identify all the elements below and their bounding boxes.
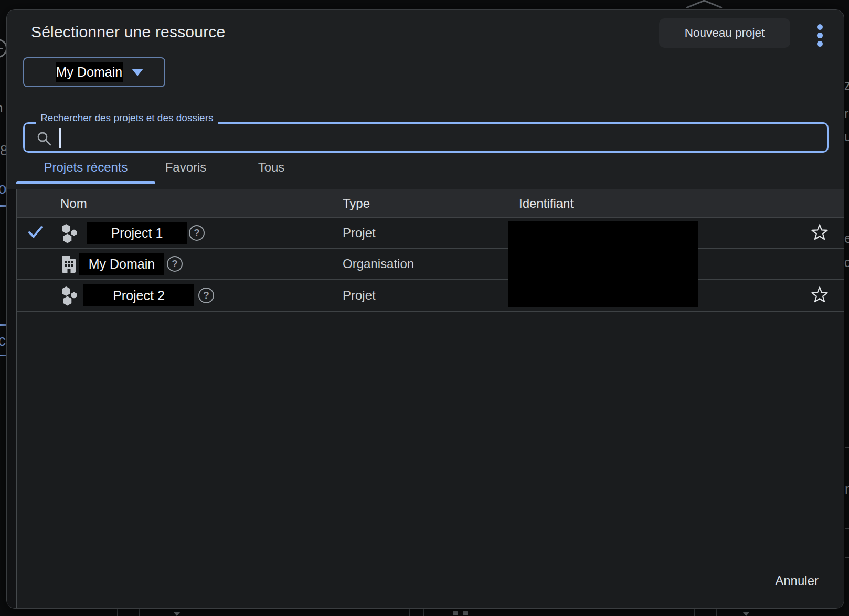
background-text-fragment: d bbox=[844, 255, 849, 270]
star-icon[interactable] bbox=[811, 224, 829, 241]
background-grid-line bbox=[694, 609, 695, 616]
background-divider-fragment bbox=[845, 557, 849, 558]
organization-icon bbox=[61, 256, 76, 273]
row-type: Projet bbox=[343, 280, 376, 310]
domain-selector-dropdown[interactable]: My Domain bbox=[23, 57, 165, 87]
background-grid-line bbox=[117, 609, 118, 616]
help-icon[interactable]: ? bbox=[167, 256, 183, 272]
new-project-button[interactable]: Nouveau projet bbox=[659, 18, 790, 48]
search-field-label: Rechercher des projets et des dossiers bbox=[36, 112, 218, 124]
help-icon[interactable]: ? bbox=[198, 288, 214, 303]
domain-selector-value: My Domain bbox=[56, 62, 123, 82]
project-icon bbox=[61, 224, 79, 243]
background-grid-line bbox=[409, 609, 410, 616]
select-resource-dialog: Sélectionner une ressource Nouveau proje… bbox=[6, 9, 844, 609]
table-row-project-2[interactable]: Project 2 ? Projet bbox=[17, 280, 844, 312]
dialog-title: Sélectionner une ressource bbox=[31, 23, 225, 41]
background-grid-line bbox=[139, 609, 140, 616]
background-text-fragment: u bbox=[844, 129, 849, 144]
background-grid-line bbox=[716, 609, 717, 616]
background-sort-arrow bbox=[742, 612, 750, 616]
active-tab-indicator bbox=[16, 181, 155, 184]
chevron-down-icon bbox=[132, 69, 143, 76]
project-icon bbox=[61, 286, 79, 306]
cancel-button[interactable]: Annuler bbox=[770, 569, 824, 592]
row-type: Organisation bbox=[343, 249, 414, 279]
background-link-fragment: o bbox=[0, 179, 7, 197]
background-link-fragment: c bbox=[0, 332, 6, 349]
check-icon bbox=[28, 226, 44, 239]
project-name-redacted: Project 1 bbox=[87, 222, 187, 244]
background-text-fragment: n bbox=[845, 482, 849, 497]
resource-table-panel: Nom Type Identifiant Project 1 ? Projet bbox=[16, 189, 844, 609]
tab-label: Favoris bbox=[165, 160, 207, 175]
column-header-identifier: Identifiant bbox=[519, 189, 574, 218]
background-divider-fragment bbox=[845, 528, 849, 529]
row-type: Projet bbox=[343, 218, 376, 248]
tab-favorites[interactable]: Favoris bbox=[146, 154, 225, 181]
background-grid-line bbox=[423, 609, 424, 616]
tab-label: Projets récents bbox=[44, 160, 128, 175]
background-text-fragment: e bbox=[844, 231, 849, 246]
overflow-menu-icon[interactable] bbox=[812, 20, 827, 50]
text-caret bbox=[59, 128, 61, 148]
background-divider-fragment bbox=[845, 447, 849, 448]
background-fragment bbox=[453, 611, 458, 615]
star-icon[interactable] bbox=[811, 286, 829, 304]
background-text-fragment: r bbox=[844, 106, 848, 121]
tab-all[interactable]: Tous bbox=[235, 154, 308, 181]
background-text-fragment: z bbox=[844, 78, 849, 93]
search-icon bbox=[36, 131, 53, 147]
column-header-type: Type bbox=[343, 189, 370, 218]
background-fragment bbox=[463, 611, 468, 615]
help-icon[interactable]: ? bbox=[189, 225, 205, 241]
project-name-redacted: Project 2 bbox=[83, 284, 194, 306]
search-input[interactable] bbox=[67, 126, 801, 149]
table-row-my-domain[interactable]: My Domain ? Organisation bbox=[17, 249, 844, 280]
tab-label: Tous bbox=[258, 160, 285, 175]
background-chevron-fragment bbox=[682, 0, 740, 8]
column-header-name: Nom bbox=[60, 189, 87, 218]
organization-name-redacted: My Domain bbox=[79, 253, 164, 275]
panel-gutter bbox=[7, 189, 16, 609]
background-text-fragment: n bbox=[0, 101, 3, 115]
background-sort-arrow bbox=[173, 612, 181, 616]
tab-recent-projects[interactable]: Projets récents bbox=[16, 154, 155, 181]
table-header-row: Nom Type Identifiant bbox=[17, 189, 844, 218]
identifier-redaction-box bbox=[508, 221, 698, 307]
table-row-project-1[interactable]: Project 1 ? Projet bbox=[17, 218, 844, 249]
search-field[interactable] bbox=[23, 122, 829, 153]
